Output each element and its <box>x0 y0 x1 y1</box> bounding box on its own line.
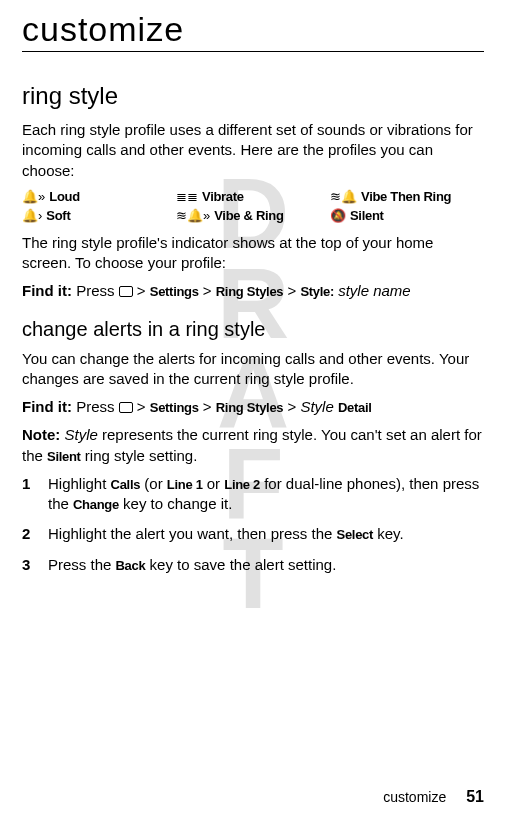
style-silent: Silent <box>350 208 384 223</box>
path-style: Style: <box>300 284 334 299</box>
note-label: Note: <box>22 426 60 443</box>
page-footer: customize 51 <box>0 788 484 806</box>
note-text: Note: Style represents the current ring … <box>22 425 484 466</box>
back-key: Back <box>116 558 146 573</box>
table-row: 🔔› Soft ≋🔔» Vibe & Ring 🔕 Silent <box>22 208 484 223</box>
style-soft: Soft <box>46 208 70 223</box>
gt: > <box>137 398 146 415</box>
page-title: customize <box>22 10 484 49</box>
find-it-2: Find it: Press > Settings > Ring Styles … <box>22 397 484 417</box>
list-item: 1 Highlight Calls (or Line 1 or Line 2 f… <box>22 474 484 515</box>
path-style-italic: Style <box>300 398 333 415</box>
step-number: 3 <box>22 555 48 575</box>
list-item: 2 Highlight the alert you want, then pre… <box>22 524 484 544</box>
ring-style-heading: ring style <box>22 82 484 110</box>
t: Highlight the alert you want, then press… <box>48 525 337 542</box>
t: Press the <box>48 556 116 573</box>
bell-soft-icon: 🔔› <box>22 208 42 223</box>
change-alerts-heading: change alerts in a ring style <box>22 318 484 341</box>
steps-list: 1 Highlight Calls (or Line 1 or Line 2 f… <box>22 474 484 575</box>
gt: > <box>137 282 146 299</box>
find-it-label: Find it: <box>22 282 72 299</box>
title-rule <box>22 51 484 52</box>
note-silent: Silent <box>47 449 81 464</box>
press-text: Press <box>76 282 114 299</box>
silent-icon: 🔕 <box>330 208 346 223</box>
gt: > <box>203 282 212 299</box>
table-row: 🔔» Loud ≣≣ Vibrate ≋🔔 Vibe Then Ring <box>22 189 484 204</box>
change-alerts-intro: You can change the alerts for incoming c… <box>22 349 484 390</box>
bell-icon: 🔔» <box>22 189 45 204</box>
path-settings: Settings <box>150 400 199 415</box>
line1: Line 1 <box>167 477 203 492</box>
step-number: 1 <box>22 474 48 515</box>
press-text: Press <box>76 398 114 415</box>
change-key: Change <box>73 497 119 512</box>
note-end: ring style setting. <box>81 447 198 464</box>
profile-indicator-text: The ring style profile's indicator shows… <box>22 233 484 274</box>
ring-styles-table: 🔔» Loud ≣≣ Vibrate ≋🔔 Vibe Then Ring 🔔› … <box>22 189 484 223</box>
gt: > <box>287 398 296 415</box>
vibrate-icon: ≣≣ <box>176 189 198 204</box>
t: key to change it. <box>119 495 232 512</box>
style-loud: Loud <box>49 189 80 204</box>
style-vibe-and-ring: Vibe & Ring <box>214 208 283 223</box>
menu-key-icon <box>119 286 133 297</box>
t: key. <box>373 525 404 542</box>
footer-section: customize <box>383 789 446 805</box>
gt: > <box>287 282 296 299</box>
page-number: 51 <box>466 788 484 806</box>
t: or <box>203 475 225 492</box>
vibe-and-ring-icon: ≋🔔» <box>176 208 210 223</box>
find-it-label: Find it: <box>22 398 72 415</box>
vibe-then-ring-icon: ≋🔔 <box>330 189 357 204</box>
menu-key-icon <box>119 402 133 413</box>
gt: > <box>203 398 212 415</box>
path-settings: Settings <box>150 284 199 299</box>
line2: Line 2 <box>224 477 260 492</box>
path-style-name: style name <box>338 282 411 299</box>
note-style-word: Style <box>65 426 98 443</box>
t: key to save the alert setting. <box>145 556 336 573</box>
find-it-1: Find it: Press > Settings > Ring Styles … <box>22 281 484 301</box>
step-number: 2 <box>22 524 48 544</box>
select-key: Select <box>337 527 374 542</box>
calls: Calls <box>111 477 141 492</box>
style-vibe-then-ring: Vibe Then Ring <box>361 189 451 204</box>
ring-style-intro: Each ring style profile uses a different… <box>22 120 484 181</box>
list-item: 3 Press the Back key to save the alert s… <box>22 555 484 575</box>
path-ring-styles: Ring Styles <box>216 400 284 415</box>
t: Highlight <box>48 475 111 492</box>
path-ring-styles: Ring Styles <box>216 284 284 299</box>
t: (or <box>140 475 167 492</box>
style-vibrate: Vibrate <box>202 189 244 204</box>
path-detail: Detail <box>338 400 372 415</box>
